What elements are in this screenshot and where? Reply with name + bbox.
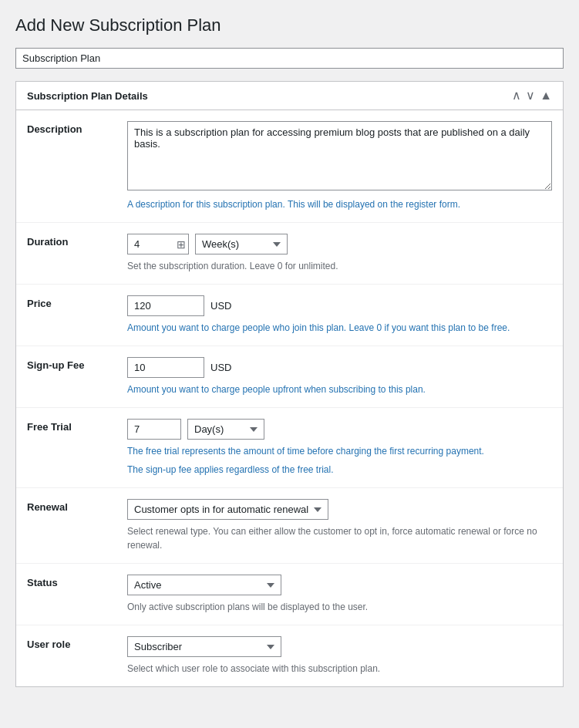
price-help: Amount you want to charge people who joi… (127, 321, 552, 335)
user-role-label: User role (27, 636, 127, 650)
signup-fee-content: USD Amount you want to charge people upf… (127, 357, 552, 396)
status-field-row: Status Active Inactive Only active subsc… (16, 564, 563, 625)
user-role-select[interactable]: Subscriber Customer Editor Author (127, 636, 281, 657)
plan-name-input[interactable] (15, 48, 564, 69)
signup-fee-help: Amount you want to charge people upfront… (127, 383, 552, 396)
price-content: USD Amount you want to charge people who… (127, 295, 552, 335)
duration-number-input[interactable] (127, 234, 189, 254)
free-trial-number-input[interactable] (127, 419, 181, 440)
status-content: Active Inactive Only active subscription… (127, 575, 552, 614)
duration-content: ⊞ Day(s) Week(s) Month(s) Year(s) Set th… (127, 234, 552, 273)
duration-unit-select[interactable]: Day(s) Week(s) Month(s) Year(s) (195, 234, 288, 254)
duration-number-wrap: ⊞ (127, 234, 189, 254)
panel-header-controls: ∧ ∨ ▲ (512, 89, 552, 102)
free-trial-input-row: Day(s) Week(s) Month(s) Year(s) (127, 419, 552, 440)
user-role-content: Subscriber Customer Editor Author Select… (127, 636, 552, 676)
free-trial-help-2: The sign-up fee applies regardless of th… (127, 463, 552, 477)
renewal-label: Renewal (27, 499, 127, 513)
signup-fee-input[interactable] (127, 357, 204, 378)
renewal-help: Select renewal type. You can either allo… (127, 524, 552, 552)
status-help: Only active subscription plans will be d… (127, 600, 552, 614)
price-input[interactable] (127, 295, 204, 316)
panel-header-title: Subscription Plan Details (27, 90, 148, 102)
panel-header: Subscription Plan Details ∧ ∨ ▲ (16, 82, 563, 110)
subscription-plan-details-panel: Subscription Plan Details ∧ ∨ ▲ Descript… (15, 81, 564, 687)
duration-label: Duration (27, 234, 127, 248)
free-trial-label: Free Trial (27, 419, 127, 433)
status-label: Status (27, 575, 127, 588)
description-label: Description (27, 121, 127, 135)
renewal-content: Customer opts in for automatic renewal F… (127, 499, 552, 552)
description-field-row: Description This is a subscription plan … (16, 110, 563, 223)
panel-body: Description This is a subscription plan … (16, 110, 563, 686)
duration-input-row: ⊞ Day(s) Week(s) Month(s) Year(s) (127, 234, 552, 254)
signup-fee-label: Sign-up Fee (27, 357, 127, 371)
free-trial-content: Day(s) Week(s) Month(s) Year(s) The free… (127, 419, 552, 477)
price-field-row: Price USD Amount you want to charge peop… (16, 285, 563, 346)
page-title: Add New Subscription Plan (15, 15, 564, 35)
duration-help: Set the subscription duration. Leave 0 f… (127, 259, 552, 273)
description-help: A description for this subscription plan… (127, 197, 552, 211)
signup-fee-input-row: USD (127, 357, 552, 378)
price-currency-label: USD (210, 300, 231, 312)
price-input-row: USD (127, 295, 552, 316)
panel-up-arrow[interactable]: ∧ (512, 89, 521, 102)
renewal-select[interactable]: Customer opts in for automatic renewal F… (127, 499, 328, 520)
renewal-field-row: Renewal Customer opts in for automatic r… (16, 488, 563, 564)
description-content: This is a subscription plan for accessin… (127, 121, 552, 211)
panel-collapse-arrow[interactable]: ▲ (540, 89, 552, 102)
panel-down-arrow[interactable]: ∨ (526, 89, 535, 102)
user-role-help: Select which user role to associate with… (127, 662, 552, 676)
free-trial-unit-select[interactable]: Day(s) Week(s) Month(s) Year(s) (187, 419, 264, 440)
free-trial-field-row: Free Trial Day(s) Week(s) Month(s) Year(… (16, 408, 563, 488)
price-label: Price (27, 295, 127, 309)
user-role-field-row: User role Subscriber Customer Editor Aut… (16, 625, 563, 686)
signup-fee-currency-label: USD (210, 362, 231, 373)
description-textarea[interactable]: This is a subscription plan for accessin… (127, 121, 552, 190)
status-select[interactable]: Active Inactive (127, 575, 281, 595)
duration-field-row: Duration ⊞ Day(s) Week(s) Month(s) Year(… (16, 223, 563, 285)
signup-fee-field-row: Sign-up Fee USD Amount you want to charg… (16, 346, 563, 408)
free-trial-help-1: The free trial represents the amount of … (127, 444, 552, 458)
